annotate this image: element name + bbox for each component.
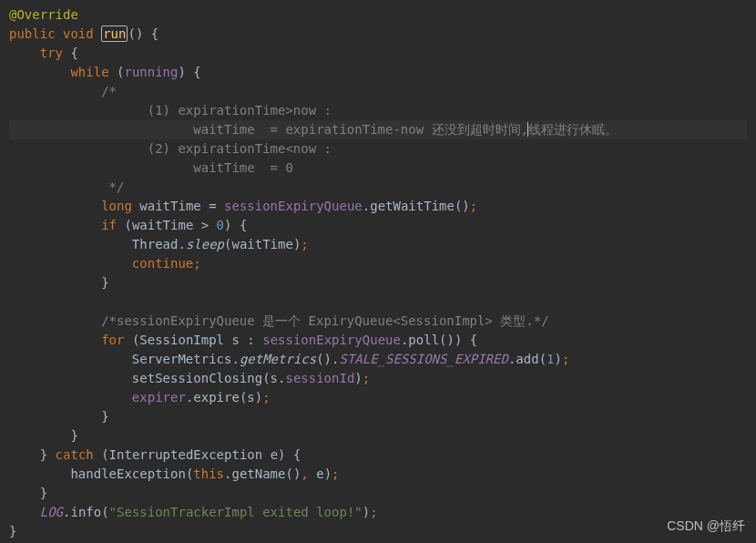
call-setSessionClosing: setSessionClosing (132, 371, 262, 385)
var-s: s (231, 333, 239, 347)
brace: } (70, 428, 77, 443)
num-one: 1 (547, 352, 554, 366)
call-getMetrics: getMetrics (240, 352, 316, 366)
comment-line: waitTime = expirationTime-now 还没到超时时间, (193, 122, 528, 137)
var-waitTime: waitTime (231, 237, 292, 251)
comment-line: waitTime = 0 (193, 160, 293, 175)
kw-catch: catch (56, 447, 94, 462)
var-s: s (247, 390, 254, 405)
semi: ; (363, 371, 370, 385)
kw-continue: continue (132, 256, 193, 271)
op-colon: : (240, 333, 262, 347)
field-LOG: LOG (40, 505, 63, 519)
kw-while: while (70, 65, 108, 79)
semi: ; (193, 256, 200, 271)
brace: } (40, 486, 47, 500)
paren: () (128, 26, 143, 41)
comment-line: (1) expirationTime>now : (148, 103, 332, 118)
semi: ; (562, 352, 569, 366)
const-stale: STALE_SESSIONS_EXPIRED (339, 352, 507, 366)
brace: } (101, 275, 108, 290)
method-run: run (101, 26, 128, 42)
call-info: info (70, 505, 101, 519)
comment-sessionExpiry: /*sessionExpiryQueue 是一个 ExpiryQueue<Ses… (101, 313, 548, 328)
field-sessionExpiryQueue: sessionExpiryQueue (262, 333, 401, 347)
string-log-msg: "SessionTrackerImpl exited loop!" (109, 505, 363, 519)
comment-line: (2) expirationTime<now : (148, 141, 332, 156)
comment-line: 线程进行休眠。 (528, 122, 618, 137)
field-sessionExpiryQueue: sessionExpiryQueue (224, 199, 363, 213)
watermark: CSDN @悟纤 (667, 517, 745, 536)
semi: ; (332, 466, 339, 481)
brace: { (193, 65, 200, 79)
call-sleep: sleep (186, 237, 224, 251)
field-sessionId: sessionId (285, 371, 354, 385)
field-expirer: expirer (132, 390, 186, 405)
var-waitTime: waitTime (139, 199, 200, 213)
code-editor[interactable]: @Override public void run() { try { whil… (9, 5, 747, 541)
comment-close: */ (101, 179, 124, 194)
call-expire: expire (193, 390, 240, 405)
var-s: s (271, 371, 278, 385)
brace: { (151, 26, 158, 41)
semi: ; (370, 505, 377, 519)
brace: { (293, 447, 301, 462)
type-SessionImpl: SessionImpl (139, 333, 224, 347)
paren: ) (178, 65, 185, 79)
annotation-override: @Override (9, 7, 78, 22)
brace: } (40, 447, 47, 462)
comma: , (301, 466, 308, 481)
call-poll: poll (408, 333, 439, 347)
var-e: e (271, 447, 278, 462)
kw-for: for (101, 333, 124, 347)
brace: { (70, 46, 77, 60)
brace: { (240, 218, 247, 232)
semi: ; (301, 237, 308, 251)
class-ServerMetrics: ServerMetrics (132, 352, 232, 366)
var-running: running (124, 65, 178, 79)
call-getWaitTime: getWaitTime (370, 199, 455, 213)
kw-public: public (9, 26, 56, 41)
call-getName: getName (231, 466, 285, 481)
brace: } (9, 524, 16, 538)
call-handleException: handleException (70, 466, 185, 481)
kw-long: long (101, 199, 132, 213)
semi: ; (470, 199, 477, 213)
var-e: e (316, 466, 323, 481)
call-add: add (516, 352, 538, 366)
kw-void: void (63, 26, 94, 41)
semi: ; (262, 390, 270, 405)
kw-if: if (101, 218, 117, 232)
op-gt: > (193, 218, 216, 232)
brace: { (470, 333, 477, 347)
type-InterruptedException: InterruptedException (109, 447, 263, 462)
class-Thread: Thread (132, 237, 179, 251)
var-waitTime: waitTime (132, 218, 193, 232)
op-eq: = (201, 199, 224, 213)
kw-this: this (193, 466, 224, 481)
brace: } (101, 409, 108, 424)
kw-try: try (40, 46, 63, 60)
highlighted-line: waitTime = expirationTime-now 还没到超时时间,线程… (9, 120, 747, 139)
comment-open: /* (101, 84, 117, 98)
num-zero: 0 (217, 218, 224, 232)
